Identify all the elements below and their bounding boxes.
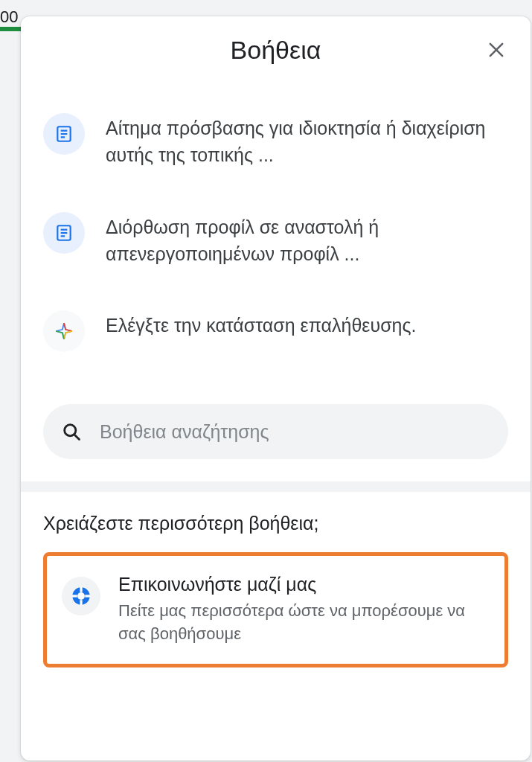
article-icon-wrap: [43, 113, 85, 155]
help-panel-title: Βοήθεια: [231, 36, 321, 65]
article-icon: [54, 223, 74, 243]
article-icon: [54, 124, 74, 144]
help-article-item-label: Ελέγξτε την κατάσταση επαλήθευσης.: [106, 309, 416, 339]
help-panel: Βοήθεια Αίτημα πρόσβασης για ιδιοκτησί: [21, 16, 531, 761]
lifesaver-icon: [71, 586, 92, 606]
svg-rect-14: [80, 587, 82, 592]
search-icon: [61, 421, 82, 442]
contact-us-card[interactable]: Επικοινωνήστε μαζί μας Πείτε μας περισσό…: [43, 552, 508, 667]
help-search-input[interactable]: [100, 421, 490, 443]
help-article-item-2[interactable]: Ελέγξτε την κατάσταση επαλήθευσης.: [43, 288, 508, 373]
svg-line-11: [75, 435, 80, 440]
help-article-item-label: Διόρθωση προφίλ σε αναστολή ή απενεργοπο…: [106, 211, 508, 268]
contact-text: Επικοινωνήστε μαζί μας Πείτε μας περισσό…: [118, 574, 490, 646]
svg-point-10: [65, 425, 76, 436]
svg-point-13: [77, 592, 85, 600]
help-article-item-0[interactable]: Αίτημα πρόσβασης για ιδιοκτησία ή διαχεί…: [43, 91, 508, 190]
contact-us-title: Επικοινωνήστε μαζί μας: [118, 574, 490, 595]
sparkle-icon: [54, 321, 74, 341]
more-help-title: Χρειάζεστε περισσότερη βοήθεια;: [43, 513, 508, 534]
sparkle-icon-wrap: [43, 310, 85, 352]
close-icon: [486, 39, 507, 60]
svg-rect-17: [85, 595, 90, 597]
lifesaver-icon-wrap: [62, 577, 100, 615]
contact-us-subtitle: Πείτε μας περισσότερα ώστε να μπορέσουμε…: [118, 600, 490, 646]
help-article-item-1[interactable]: Διόρθωση προφίλ σε αναστολή ή απενεργοπο…: [43, 190, 508, 289]
help-panel-header: Βοήθεια: [21, 16, 531, 83]
help-articles-list: Αίτημα πρόσβασης για ιδιοκτησία ή διαχεί…: [21, 83, 531, 395]
more-help-section: Χρειάζεστε περισσότερη βοήθεια; Επικοινω…: [21, 492, 531, 690]
svg-rect-16: [72, 595, 77, 597]
svg-rect-15: [80, 600, 82, 605]
close-button[interactable]: [481, 35, 511, 65]
help-article-item-label: Αίτημα πρόσβασης για ιδιοκτησία ή διαχεί…: [106, 112, 508, 169]
background-green-indicator: [0, 27, 22, 31]
help-search-box[interactable]: [43, 404, 508, 459]
section-divider: [21, 481, 531, 492]
article-icon-wrap: [43, 212, 85, 254]
help-panel-body[interactable]: Αίτημα πρόσβασης για ιδιοκτησία ή διαχεί…: [21, 83, 531, 761]
